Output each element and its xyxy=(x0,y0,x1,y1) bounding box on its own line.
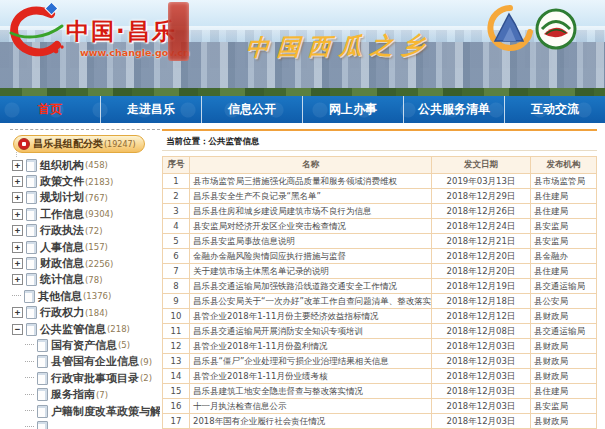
sidebar-item[interactable]: +组织机构(458) xyxy=(10,157,160,173)
nav-item-4[interactable]: 网上办事 xyxy=(303,96,404,123)
page-icon xyxy=(37,421,48,429)
sidebar-item[interactable]: +统计信息(78) xyxy=(10,272,160,288)
nav-item-6[interactable]: 互动交流 xyxy=(505,96,605,123)
document-link[interactable]: 金融办金融风险舆情回应执行措施与监督 xyxy=(190,249,432,264)
sidebar-item-label: 公共监管信息 xyxy=(40,322,106,337)
page-icon xyxy=(26,323,37,336)
sidebar-item-label: 规划计划 xyxy=(40,190,84,205)
sidebar-item-label: 行政权力 xyxy=(40,305,84,320)
row-number: 8 xyxy=(163,279,190,294)
expand-icon[interactable]: + xyxy=(12,209,23,220)
sidebar-item-count: (9) xyxy=(140,357,152,367)
row-number: 15 xyxy=(163,384,190,399)
collapse-icon[interactable]: − xyxy=(12,324,23,335)
table-row: 2昌乐县安全生产不良记录“黑名单”2018年12月29日县住建局 xyxy=(163,189,597,204)
sidebar-item-count: (184) xyxy=(85,308,108,318)
sidebar-subitem[interactable]: 服务指南(7) xyxy=(10,386,160,402)
sidebar-item[interactable]: +行政权力(184) xyxy=(10,305,160,321)
row-number: 5 xyxy=(163,234,190,249)
sidebar-item-label: 行政执法 xyxy=(40,223,84,238)
row-number: 14 xyxy=(163,369,190,384)
column-header: 发文日期 xyxy=(432,157,531,174)
page-icon xyxy=(37,388,48,401)
document-link[interactable]: 县管企业2018年1-11月份主要经济效益指标情况 xyxy=(190,309,432,324)
document-link[interactable]: 十一月执法检查信息公示 xyxy=(190,399,432,414)
document-link[interactable]: 昌乐县安全生产不良记录“黑名单” xyxy=(190,189,432,204)
banner-slogan: 中国西瓜之乡 xyxy=(245,29,433,63)
sidebar-item-label: 户籍制度改革政策与解 xyxy=(51,404,160,419)
page-body: 昌乐县组配分类 (19247) +组织机构(458)+政策文件(2183)+规划… xyxy=(0,123,605,429)
publish-date: 2018年12月24日 xyxy=(432,219,531,234)
document-link[interactable]: 县市场监管局三措施强化商品质量和服务领域消费维权 xyxy=(190,174,432,189)
document-link[interactable]: 昌乐县建筑工地安全隐患督查与整改落实情况 xyxy=(190,384,432,399)
sidebar-item-count: (2183) xyxy=(85,177,113,187)
mountain-crescent-emblem-icon xyxy=(486,5,534,57)
main-content: 当前位置：公共监管信息 序号名称发文日期发布机构 1县市场监管局三措施强化商品质… xyxy=(162,129,597,429)
document-link[interactable]: 昌乐县安监局事故信息说明 xyxy=(190,234,432,249)
publish-date: 2018年12月20日 xyxy=(432,264,531,279)
document-link[interactable]: 县管企业2018年1-11月份盈利情况 xyxy=(190,339,432,354)
expand-icon[interactable]: + xyxy=(12,192,23,203)
expand-icon[interactable]: + xyxy=(12,242,23,253)
document-link[interactable]: 关于建筑市场主体黑名单记录的说明 xyxy=(190,264,432,279)
row-number: 9 xyxy=(163,294,190,309)
sidebar-item-label: 人事信息 xyxy=(40,240,84,255)
table-row: 3昌乐县住房和城乡建设局建筑市场不良行为信息2018年12月26日县住建局 xyxy=(163,204,597,219)
sidebar-item[interactable]: +工作信息(9304) xyxy=(10,206,160,222)
sidebar-item-label: 县管国有企业信息 xyxy=(51,354,139,369)
table-row: 13昌乐县“僵尸”企业处理和亏损企业治理结果相关信息2018年12月03日县财政… xyxy=(163,354,597,369)
publish-org: 县财政局 xyxy=(531,414,597,429)
sidebar-item[interactable]: +政策文件(2183) xyxy=(10,173,160,189)
table-row: 16十一月执法检查信息公示2018年12月03日县安监局 xyxy=(163,399,597,414)
sidebar-item[interactable]: +规划计划(767) xyxy=(10,190,160,206)
sidebar-item[interactable]: −公共监管信息(218) xyxy=(10,321,160,337)
document-link[interactable]: 昌乐县交通运输局开展消防安全知识专项培训 xyxy=(190,324,432,339)
page-icon xyxy=(37,355,48,368)
publish-org: 县安监局 xyxy=(531,234,597,249)
page-icon xyxy=(26,175,37,188)
expand-icon[interactable]: + xyxy=(12,258,23,269)
publish-org: 县财政局 xyxy=(531,369,597,384)
info-table: 序号名称发文日期发布机构 1县市场监管局三措施强化商品质量和服务领域消费维权20… xyxy=(162,156,597,429)
row-number: 7 xyxy=(163,264,190,279)
page-icon xyxy=(26,306,37,319)
table-row: 11昌乐县交通运输局开展消防安全知识专项培训2018年12月08日县交通运输局 xyxy=(163,324,597,339)
publish-org: 县住建局 xyxy=(531,189,597,204)
sidebar-item[interactable]: +行政执法(72) xyxy=(10,223,160,239)
nav-item-3[interactable]: 信息公开 xyxy=(202,96,303,123)
expand-icon[interactable]: + xyxy=(12,225,23,236)
sidebar-subitem[interactable]: 行政审批事项目录(2) xyxy=(10,370,160,386)
sidebar-subitem[interactable] xyxy=(10,419,160,429)
page-icon xyxy=(26,224,37,237)
nav-item-2[interactable]: 走进昌乐 xyxy=(101,96,202,123)
document-link[interactable]: 昌乐县交通运输局加强铁路沿线道路交通安全工作情况 xyxy=(190,279,432,294)
document-link[interactable]: 昌乐县住房和城乡建设局建筑市场不良行为信息 xyxy=(190,204,432,219)
nav-item-5[interactable]: 公共服务清单 xyxy=(404,96,505,123)
sidebar-item[interactable]: 其他信息(1376) xyxy=(10,288,160,304)
row-number: 4 xyxy=(163,219,190,234)
expand-icon[interactable]: + xyxy=(12,160,23,171)
table-row: 172018年国有企业履行社会责任情况2018年12月03日县财政局 xyxy=(163,414,597,429)
sidebar-subitem[interactable]: 县管国有企业信息(9) xyxy=(10,354,160,370)
document-link[interactable]: 昌乐县公安局关于“一次办好”改革工作自查问题清单、整改落实情况 xyxy=(190,294,432,309)
publish-date: 2018年12月21日 xyxy=(432,234,531,249)
nav-item-1[interactable]: 首页 xyxy=(0,96,101,123)
breadcrumb-current: 公共监管信息 xyxy=(209,136,260,146)
document-link[interactable]: 县安监局对经济开发区企业突击检查情况 xyxy=(190,219,432,234)
expand-icon[interactable]: + xyxy=(12,307,23,318)
sidebar-item[interactable]: +财政信息(2256) xyxy=(10,255,160,271)
page-icon xyxy=(37,339,48,352)
document-link[interactable]: 2018年国有企业履行社会责任情况 xyxy=(190,414,432,429)
expand-icon[interactable]: + xyxy=(12,274,23,285)
document-link[interactable]: 昌乐县“僵尸”企业处理和亏损企业治理结果相关信息 xyxy=(190,354,432,369)
expand-icon[interactable]: + xyxy=(12,176,23,187)
sidebar-subitem[interactable]: 户籍制度改革政策与解 xyxy=(10,403,160,419)
category-target-icon xyxy=(18,138,30,150)
document-link[interactable]: 县管企业2018年1-11月份业绩考核 xyxy=(190,369,432,384)
sidebar-subitem[interactable]: 国有资产信息(5) xyxy=(10,337,160,353)
site-logo-icon[interactable] xyxy=(6,3,66,63)
sidebar-root-category[interactable]: 昌乐县组配分类 (19247) xyxy=(13,135,145,153)
sidebar-item[interactable]: +人事信息(157) xyxy=(10,239,160,255)
row-number: 16 xyxy=(163,399,190,414)
sidebar-item-count: (2) xyxy=(140,373,152,383)
